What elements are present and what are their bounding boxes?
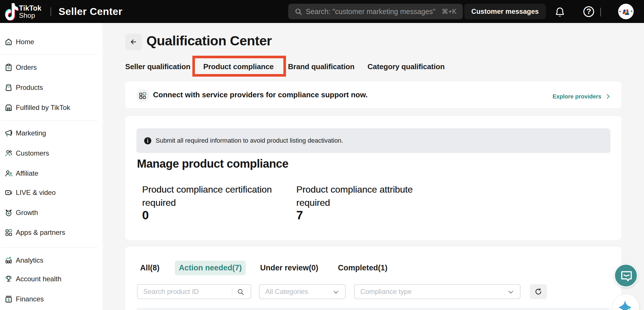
svg-text:$: $ bbox=[7, 298, 10, 302]
svg-text:?: ? bbox=[586, 7, 591, 16]
